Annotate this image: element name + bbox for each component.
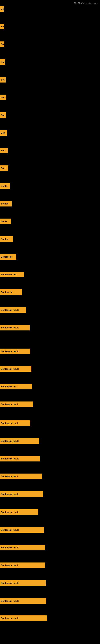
bar-fill: Bott (0, 148, 8, 153)
bar-fill: Bottleneck result (0, 456, 40, 462)
bar-label: Bottleneck result (1, 600, 19, 602)
bar-label: Bott (1, 96, 5, 98)
bar-label: Bo (1, 8, 3, 10)
bar-label: Bottleneck result (1, 582, 19, 584)
bar-fill: Bott (0, 130, 7, 136)
bar-label: Bottleneck result (1, 458, 19, 460)
bar-label: Bottleneck result (1, 422, 19, 424)
bar-item: Bottle (0, 183, 10, 189)
bar-label: Bott (1, 132, 5, 134)
bar-label: Bottleneck (1, 256, 12, 258)
bar-label: Bottleneck result (1, 511, 19, 514)
bar-item: Bottleneck result (0, 348, 30, 354)
bar-item: Bottlen (0, 201, 12, 206)
bar-label: Bottle (1, 185, 7, 187)
bar-item: Bottleneck result (0, 616, 47, 621)
bar-label: Bottleneck result (1, 617, 19, 620)
bar-item: Bottleneck resu (0, 272, 24, 277)
bar-label: Bot (1, 61, 4, 63)
bar-item: Bottleneck result (0, 527, 44, 533)
bar-label: Bottleneck result (1, 564, 19, 566)
bar-item: Bottleneck result (0, 366, 31, 372)
bar-label: Bottleneck resu (1, 386, 17, 388)
bar-item: Bottleneck result (0, 402, 33, 407)
bar-fill: Bot (0, 77, 6, 82)
bar-item: Bottleneck result (0, 598, 47, 604)
bar-item: Bottleneck result (0, 438, 39, 444)
bar-label: Bott (1, 149, 5, 152)
bar-item: Bo (0, 24, 4, 30)
bar-item: Bottleneck result (0, 545, 45, 550)
bar-label: Bottleneck result (1, 403, 19, 406)
bar-fill: Bo (0, 6, 3, 12)
bar-fill: Bottleneck result (0, 616, 47, 621)
bar-label: Bottleneck result (1, 529, 19, 531)
bar-item: Bot (0, 77, 6, 82)
bar-label: Bot (1, 114, 4, 116)
bar-item: Bot (0, 59, 5, 65)
bar-fill: Bottleneck result (0, 307, 26, 313)
bar-fill: Bottleneck result (0, 527, 44, 533)
bar-fill: Bottleneck result (0, 545, 45, 550)
bar-item: Bottleneck result (0, 456, 40, 462)
bar-label: Bott (1, 167, 5, 170)
bar-label: Bottlen (1, 202, 8, 205)
bar-fill: Bottleneck result (0, 509, 38, 515)
bar-label: Bottleneck result (1, 440, 19, 442)
bar-fill: Bottleneck result (0, 438, 39, 444)
bar-item: Bott (0, 148, 8, 153)
bar-fill: Bottlen (0, 236, 13, 242)
bar-label: Bottleneck result (1, 326, 19, 329)
bar-item: Bott (0, 130, 7, 136)
bar-fill: Bottle (0, 218, 11, 224)
bar-label: Bottleneck result (1, 309, 19, 311)
bar-fill: Bot (0, 59, 5, 65)
bar-label: Bottleneck resu (1, 273, 17, 276)
bar-item: Bot (0, 112, 6, 118)
bar-fill: Bottleneck resu (0, 272, 24, 277)
bar-label: Bottlen (1, 238, 8, 240)
bar-label: Bot (1, 78, 4, 81)
bar-label: Bottleneck result (1, 368, 19, 370)
bar-fill: Bottleneck result (0, 562, 45, 568)
bar-fill: Bot (0, 112, 6, 118)
bar-fill: Bo (0, 42, 4, 47)
bar-fill: Bottleneck result (0, 366, 31, 372)
bar-label: Bottleneck result (1, 493, 19, 495)
bar-label: Bo (1, 43, 4, 46)
bar-item: Bottleneck r (0, 290, 22, 295)
bar-item: Bottleneck result (0, 562, 45, 568)
bar-item: Bo (0, 42, 4, 47)
bar-fill: Bottle (0, 183, 10, 189)
bar-label: Bo (1, 25, 4, 28)
bar-fill: Bott (0, 166, 8, 171)
bar-fill: Bottleneck result (0, 598, 47, 604)
bar-item: Bottleneck result (0, 307, 26, 313)
site-title: TheBottlenecker.com (74, 2, 98, 5)
bar-item: Bottleneck result (0, 509, 38, 515)
bar-fill: Bottleneck result (0, 491, 43, 497)
bar-item: Bottleneck resu (0, 384, 32, 390)
bar-fill: Bottleneck (0, 254, 16, 260)
bar-fill: Bottleneck r (0, 290, 22, 295)
bar-fill: Bottleneck result (0, 580, 46, 586)
bar-item: Bottleneck result (0, 325, 30, 330)
bar-item: Bottleneck result (0, 580, 46, 586)
bar-fill: Bottleneck result (0, 420, 30, 426)
bar-item: Bottleneck result (0, 420, 30, 426)
bar-fill: Bott (0, 94, 6, 100)
bar-fill: Bo (0, 24, 4, 30)
bar-item: Bo (0, 6, 3, 12)
bar-item: Bottle (0, 218, 11, 224)
bar-label: Bottle (1, 220, 7, 222)
bar-label: Bottleneck r (1, 291, 14, 294)
bar-label: Bottleneck result (1, 350, 19, 352)
bar-fill: Bottleneck resu (0, 384, 32, 390)
bar-fill: Bottleneck result (0, 325, 30, 330)
bar-item: Bottleneck result (0, 491, 43, 497)
bar-fill: Bottlen (0, 201, 12, 206)
bar-item: Bottleneck (0, 254, 16, 260)
bar-fill: Bottleneck result (0, 402, 33, 407)
bar-label: Bottleneck result (1, 546, 19, 549)
bar-fill: Bottleneck result (0, 348, 30, 354)
